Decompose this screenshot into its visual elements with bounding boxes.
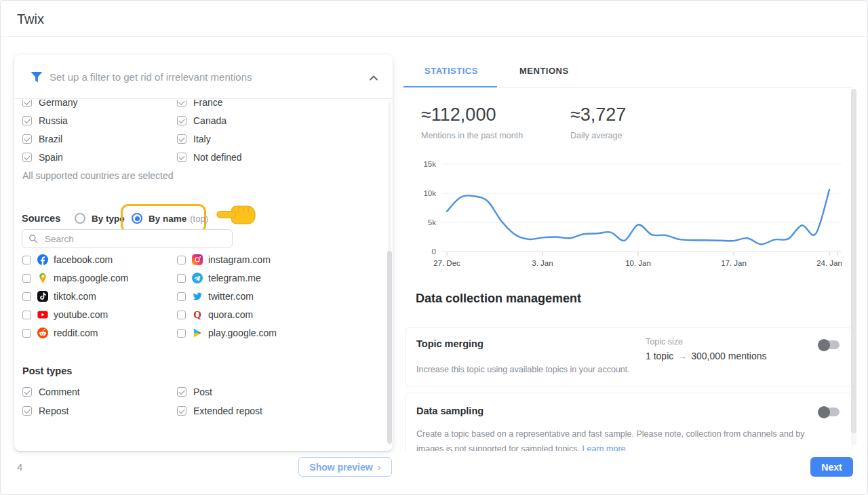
filter-panel-title: Set up a filter to get rid of irrelevant… [50, 71, 252, 83]
radio-by-type[interactable]: By type [75, 212, 125, 225]
svg-text:3. Jan: 3. Jan [532, 259, 553, 267]
checkbox-unchecked[interactable] [177, 274, 186, 283]
site-checkbox-google-play[interactable]: play.google.com [177, 324, 277, 342]
chevron-up-icon[interactable] [368, 73, 379, 83]
filter-panel-body: Germany France Russia Canada Brazil Ital… [14, 100, 393, 451]
post-types-title: Post types [22, 365, 72, 376]
checkbox-unchecked[interactable] [177, 292, 186, 301]
stat-mentions-label: Mentions in the past month [421, 131, 523, 140]
svg-text:Q: Q [193, 309, 201, 320]
filter-scrollbar-thumb[interactable] [387, 251, 392, 443]
pointing-left-hand-emoji [216, 201, 258, 231]
chevron-right-icon: › [378, 461, 381, 473]
app-window: Twix Set up a filter to get rid of irrel… [0, 0, 868, 495]
post-type-checkbox-extended-repost[interactable]: Extended repost [177, 402, 262, 420]
country-checkbox-germany[interactable]: Germany [22, 100, 78, 111]
topic-merging-title: Topic merging [416, 338, 484, 349]
svg-text:10. Jan: 10. Jan [625, 259, 651, 267]
country-checkbox-france[interactable]: France [177, 100, 223, 111]
topic-merging-toggle[interactable] [819, 340, 840, 349]
search-input[interactable] [22, 229, 233, 248]
source-search [22, 229, 233, 248]
radio-selected[interactable] [132, 213, 142, 224]
learn-more-link[interactable]: Learn more [583, 444, 626, 452]
country-checkbox-brazil[interactable]: Brazil [22, 130, 62, 148]
checkbox-unchecked[interactable] [22, 256, 31, 264]
checkbox-checked[interactable] [22, 134, 32, 144]
radio-by-name[interactable]: By name (top) [132, 212, 208, 225]
checkbox-unchecked[interactable] [22, 311, 31, 319]
google-maps-icon [37, 273, 48, 283]
checkbox-unchecked[interactable] [177, 311, 186, 319]
filter-panel-header[interactable]: Set up a filter to get rid of irrelevant… [14, 55, 393, 99]
checkbox-unchecked[interactable] [22, 329, 31, 338]
country-checkbox-canada[interactable]: Canada [177, 112, 226, 130]
page-title: Twix [17, 12, 44, 27]
checkbox-unchecked[interactable] [22, 292, 31, 301]
post-type-checkbox-repost[interactable]: Repost [22, 402, 68, 420]
facebook-icon [37, 254, 48, 265]
checkbox-checked[interactable] [177, 387, 186, 397]
site-checkbox-tiktok[interactable]: tiktok.com [22, 288, 96, 305]
step-number: 4 [17, 461, 22, 473]
checkbox-checked[interactable] [177, 134, 186, 144]
country-checkbox-not-defined[interactable]: Not defined [177, 148, 242, 166]
site-checkbox-quora[interactable]: Q quora.com [177, 306, 253, 323]
svg-text:0: 0 [432, 248, 436, 256]
topic-merging-card: Topic merging Topic size 1 topic→300,000… [405, 327, 852, 387]
site-checkbox-youtube[interactable]: youtube.com [22, 306, 108, 323]
countries-note: All supported countries are selected [22, 170, 174, 181]
stat-daily-value: ≈3,727 [570, 104, 626, 125]
site-checkbox-twitter[interactable]: twitter.com [177, 288, 254, 305]
checkbox-checked[interactable] [177, 406, 186, 416]
tab-mentions[interactable]: MENTIONS [519, 66, 569, 76]
svg-text:5k: 5k [428, 218, 436, 226]
checkbox-checked[interactable] [177, 153, 186, 162]
site-checkbox-instagram[interactable]: instagram.com [177, 251, 271, 269]
telegram-icon [192, 273, 203, 283]
svg-text:17. Jan: 17. Jan [721, 259, 747, 267]
stats-scrollbar-thumb[interactable] [851, 89, 856, 433]
filter-funnel-icon [30, 71, 43, 84]
site-checkbox-reddit[interactable]: reddit.com [22, 324, 98, 342]
data-sampling-card: Data sampling Create a topic based on a … [405, 393, 852, 451]
arrow-right-icon: → [673, 351, 691, 361]
checkbox-unchecked[interactable] [177, 329, 186, 338]
youtube-icon [37, 309, 48, 320]
mentions-line-chart: 05k10k15k27. Dec3. Jan10. Jan17. Jan24. … [408, 155, 852, 272]
svg-text:15k: 15k [423, 160, 436, 168]
topic-size-label: Topic size [646, 337, 683, 346]
radio-unselected[interactable] [75, 213, 85, 224]
show-preview-button[interactable]: Show preview › [298, 457, 392, 477]
checkbox-checked[interactable] [22, 153, 32, 162]
post-type-checkbox-post[interactable]: Post [177, 383, 212, 401]
checkbox-unchecked[interactable] [177, 256, 186, 264]
topic-merging-description: Increase this topic using available topi… [416, 363, 630, 378]
checkbox-checked[interactable] [22, 406, 32, 416]
data-sampling-toggle[interactable] [819, 408, 840, 416]
topic-size-value: 1 topic→300,000 mentions [646, 351, 767, 361]
checkbox-checked[interactable] [22, 100, 32, 107]
active-tab-underline [403, 86, 497, 87]
data-sampling-card-clip: Data sampling Create a topic based on a … [405, 393, 852, 451]
checkbox-checked[interactable] [177, 100, 186, 107]
checkbox-checked[interactable] [177, 116, 186, 125]
country-checkbox-spain[interactable]: Spain [22, 148, 63, 166]
country-checkbox-russia[interactable]: Russia [22, 112, 68, 130]
site-checkbox-google-maps[interactable]: maps.google.com [22, 269, 129, 287]
checkbox-unchecked[interactable] [22, 274, 31, 283]
reddit-icon [37, 328, 48, 338]
next-button[interactable]: Next [810, 457, 853, 477]
checkbox-checked[interactable] [22, 116, 32, 125]
svg-text:10k: 10k [423, 189, 436, 197]
quora-icon: Q [192, 309, 203, 320]
instagram-icon [192, 254, 203, 265]
svg-text:27. Dec: 27. Dec [433, 259, 460, 267]
checkbox-checked[interactable] [22, 387, 32, 397]
country-checkbox-italy[interactable]: Italy [177, 130, 211, 148]
site-checkbox-telegram[interactable]: telegram.me [177, 269, 261, 287]
data-collection-title: Data collection management [416, 292, 581, 306]
site-checkbox-facebook[interactable]: facebook.com [22, 251, 113, 269]
tab-statistics[interactable]: STATISTICS [425, 66, 478, 76]
post-type-checkbox-comment[interactable]: Comment [22, 383, 80, 401]
